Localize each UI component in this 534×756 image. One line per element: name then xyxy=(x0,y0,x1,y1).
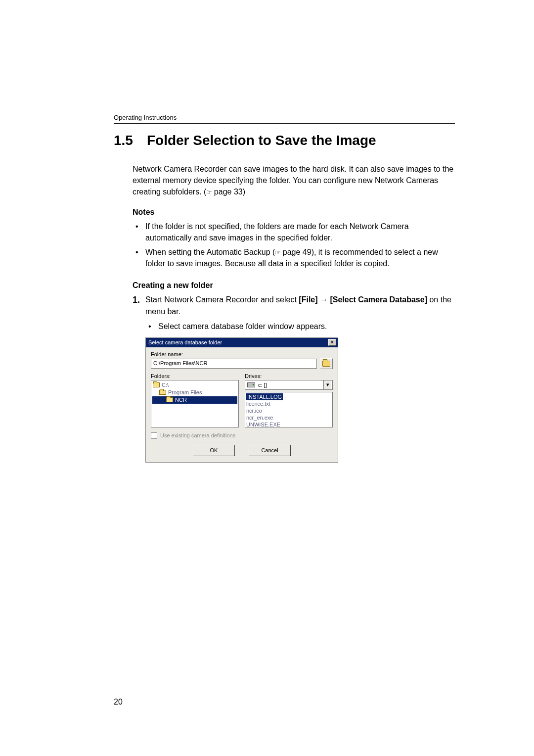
creating-folder-heading: Creating a new folder xyxy=(133,281,455,290)
select-camera-database-dialog: Select camera database folder × Folder n… xyxy=(145,337,338,463)
step1-text-a: Start Network Camera Recorder and select xyxy=(145,295,299,304)
tree-label: Program Files xyxy=(168,389,202,396)
tree-item[interactable]: C:\ xyxy=(152,381,237,389)
menu-select-camera-database: [Select Camera Database] xyxy=(330,295,427,304)
ok-button[interactable]: OK xyxy=(193,445,235,456)
drives-label: Drives: xyxy=(245,373,333,379)
folders-tree[interactable]: C:\ Program Files NCR xyxy=(151,380,239,427)
tree-item-selected[interactable]: NCR xyxy=(152,396,237,404)
menu-file: [File] xyxy=(299,295,317,304)
folders-label: Folders: xyxy=(151,373,239,379)
page-number: 20 xyxy=(114,698,123,707)
file-item[interactable]: UNWISE.EXE xyxy=(246,421,331,427)
dialog-title: Select camera database folder xyxy=(148,339,222,345)
folder-name-input[interactable]: C:\Program Files\NCR xyxy=(151,359,317,369)
intro-text: Network Camera Recorder can save images … xyxy=(133,165,453,196)
folder-name-label: Folder name: xyxy=(151,351,333,357)
file-item[interactable]: ncr.ico xyxy=(246,407,331,414)
page-ref-icon: ☞ xyxy=(275,248,280,258)
drive-value: c: [] xyxy=(258,382,267,388)
section-number: 1.5 xyxy=(114,133,133,148)
step-1: 1. Start Network Camera Recorder and sel… xyxy=(133,294,455,318)
page-ref-icon: ☞ xyxy=(206,188,212,197)
running-head: Operating Instructions xyxy=(114,114,455,124)
use-existing-checkbox-row[interactable]: Use existing camera definitions xyxy=(151,432,333,439)
folder-icon xyxy=(322,361,330,367)
cancel-button[interactable]: Cancel xyxy=(249,445,291,456)
section-heading: Folder Selection to Save the Image xyxy=(147,133,376,148)
intro-ref: page 33) xyxy=(212,188,245,196)
section-title: 1.5 Folder Selection to Save the Image xyxy=(114,133,455,148)
checkbox-icon[interactable] xyxy=(151,432,157,439)
file-item-selected[interactable]: INSTALL.LOG xyxy=(246,393,283,400)
step-number: 1. xyxy=(133,293,140,307)
chevron-down-icon: ▾ xyxy=(323,380,331,389)
new-folder-button[interactable] xyxy=(320,358,333,369)
drive-icon xyxy=(247,382,255,387)
note-item: When setting the Automatic Backup (☞ pag… xyxy=(133,246,455,269)
tree-item[interactable]: Program Files xyxy=(152,389,237,396)
note2-a: When setting the Automatic Backup ( xyxy=(145,248,275,256)
notes-list: If the folder is not specified, the fold… xyxy=(133,221,455,270)
close-icon[interactable]: × xyxy=(328,339,336,346)
tree-label: C:\ xyxy=(162,381,169,389)
notes-heading: Notes xyxy=(133,208,455,217)
file-item[interactable]: ncr_en.exe xyxy=(246,414,331,421)
files-list[interactable]: INSTALL.LOG licence.txt ncr.ico ncr_en.e… xyxy=(245,392,333,427)
folder-open-icon xyxy=(166,397,173,402)
folder-open-icon xyxy=(153,382,160,387)
step1-sub-bullet: Select camera database folder window app… xyxy=(145,321,455,332)
arrow-icon: → xyxy=(318,295,330,304)
drives-dropdown[interactable]: c: [] ▾ xyxy=(245,380,333,390)
dialog-titlebar: Select camera database folder × xyxy=(146,338,338,347)
file-item[interactable]: licence.txt xyxy=(246,400,331,407)
intro-paragraph: Network Camera Recorder can save images … xyxy=(133,163,455,198)
note-item: If the folder is not specified, the fold… xyxy=(133,221,455,243)
folder-open-icon xyxy=(159,390,166,395)
checkbox-label: Use existing camera definitions xyxy=(160,432,235,438)
tree-label: NCR xyxy=(175,396,187,404)
